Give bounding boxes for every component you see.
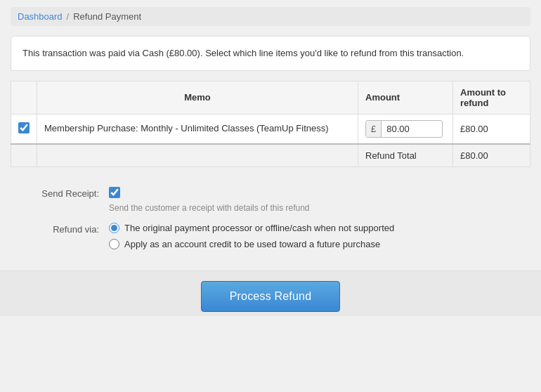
currency-prefix: £ (366, 121, 382, 137)
refund-via-original-label[interactable]: The original payment processor or offlin… (109, 223, 516, 233)
breadcrumb-dashboard-link[interactable]: Dashboard (18, 11, 63, 22)
receipt-hint: Send the customer a receipt with details… (109, 203, 516, 213)
row-memo-cell: Membership Purchase: Monthly - Unlimited… (37, 114, 358, 144)
total-value: £80.00 (453, 144, 530, 167)
amount-input-wrapper: £ (365, 120, 443, 138)
total-row: Refund Total £80.00 (11, 144, 530, 167)
info-message: This transaction was paid via Cash (£80.… (11, 36, 530, 71)
refund-via-content: The original payment processor or offlin… (109, 223, 516, 249)
send-receipt-label: Send Receipt: (25, 187, 109, 199)
refund-via-original-radio[interactable] (109, 223, 119, 233)
refund-via-credit-radio[interactable] (109, 239, 119, 249)
radio-group: The original payment processor or offlin… (109, 223, 516, 249)
form-section: Send Receipt: Send the customer a receip… (11, 180, 530, 270)
total-empty-memo (37, 144, 358, 167)
send-receipt-content: Send the customer a receipt with details… (109, 187, 516, 213)
process-refund-button[interactable]: Process Refund (201, 281, 341, 312)
breadcrumb-separator: / (67, 11, 70, 22)
refund-via-original-text: The original payment processor or offlin… (124, 223, 394, 233)
refund-via-row: Refund via: The original payment process… (25, 223, 516, 249)
table-header-checkbox (11, 81, 37, 114)
refund-table: Memo Amount Amount to refund Membership … (11, 81, 530, 167)
table-row: Membership Purchase: Monthly - Unlimited… (11, 114, 530, 144)
row-checkbox-cell (11, 114, 37, 144)
refund-via-credit-text: Apply as an account credit to be used to… (124, 239, 380, 249)
row-checkbox[interactable] (18, 122, 30, 133)
table-header-memo: Memo (37, 81, 358, 114)
total-label: Refund Total (358, 144, 453, 167)
send-receipt-checkbox[interactable] (109, 187, 120, 198)
breadcrumb: Dashboard / Refund Payment (11, 7, 530, 26)
send-receipt-row: Send Receipt: Send the customer a receip… (25, 187, 516, 213)
row-refund-amount: £80.00 (453, 114, 530, 144)
amount-input[interactable] (382, 121, 431, 137)
refund-via-label: Refund via: (25, 223, 109, 235)
table-header-amount-to-refund: Amount to refund (453, 81, 530, 114)
row-amount-cell: £ (358, 114, 453, 144)
breadcrumb-current-page: Refund Payment (73, 11, 141, 22)
total-empty-check (11, 144, 37, 167)
button-area: Process Refund (0, 270, 541, 316)
refund-via-credit-label[interactable]: Apply as an account credit to be used to… (109, 239, 516, 249)
table-header-amount: Amount (358, 81, 453, 114)
row-memo-text: Membership Purchase: Monthly - Unlimited… (44, 123, 329, 133)
